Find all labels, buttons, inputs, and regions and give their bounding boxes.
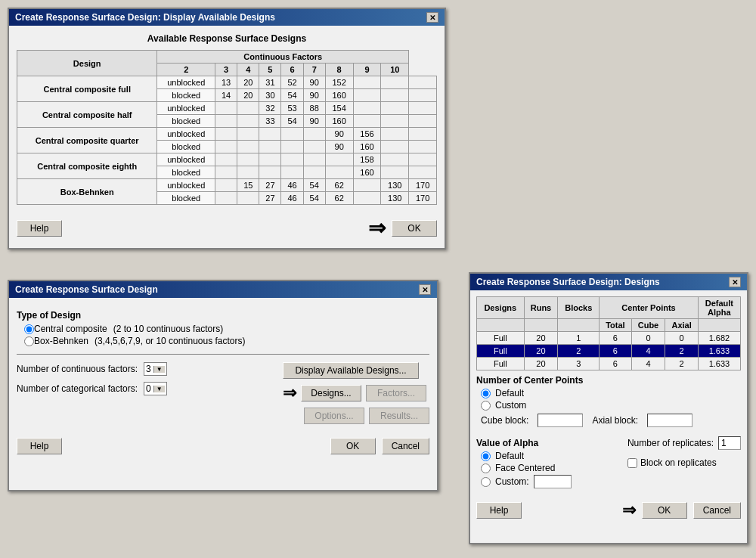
radio-default-center[interactable] <box>481 389 491 398</box>
col-default-alpha-header: DefaultAlpha <box>698 297 740 319</box>
num-replicates-input[interactable] <box>718 436 741 450</box>
col-blocks-header: Blocks <box>558 297 600 319</box>
factors-button: Factors... <box>366 385 426 401</box>
create-design-cancel-button[interactable]: Cancel <box>382 438 429 454</box>
block-on-replicates-checkbox[interactable] <box>627 458 637 468</box>
available-designs-table: Design Continuous Factors 2 3 4 5 6 7 8 … <box>17 50 437 205</box>
designs-ok-arrow-icon: ⇒ <box>622 501 636 520</box>
create-design-ok-button[interactable]: OK <box>330 438 376 454</box>
radio-central-composite-desc: (2 to 10 continuous factors) <box>113 324 223 334</box>
create-design-title: Create Response Surface Design <box>15 284 158 295</box>
available-designs-title: Create Response Surface Design: Display … <box>15 12 275 23</box>
radio-custom-alpha[interactable] <box>481 477 491 487</box>
sub-blocked: blocked <box>157 89 215 102</box>
designs-dialog-cancel-button[interactable]: Cancel <box>693 502 741 519</box>
dropdown-arrow-icon: ▼ <box>153 366 165 373</box>
sub-blocked: blocked <box>157 192 215 205</box>
designs-row-1[interactable]: Full 20 1 6 0 0 1.682 <box>477 332 741 345</box>
num-categorical-dropdown[interactable]: 0 ▼ <box>144 382 167 395</box>
radio-box-behnken-desc: (3,4,5,6,7,9, or 10 continuous factors) <box>94 336 245 346</box>
design-ccquarter: Central composite quarter <box>17 128 157 153</box>
sub-unblocked: unblocked <box>157 128 215 141</box>
radio-face-centered[interactable] <box>481 463 491 473</box>
create-design-help-button[interactable]: Help <box>17 438 62 454</box>
col-design: Design <box>17 51 157 76</box>
col-total-header: Total <box>600 319 631 332</box>
radio-custom-center[interactable] <box>481 401 491 411</box>
value-of-alpha-label: Value of Alpha <box>476 438 572 448</box>
design-ccfull: Central composite full <box>17 76 157 102</box>
display-available-designs-button[interactable]: Display Available Designs... <box>283 362 419 379</box>
sub-unblocked: unblocked <box>157 102 215 115</box>
col-6: 6 <box>281 64 303 76</box>
designs-row-2[interactable]: Full 20 2 6 4 2 1.633 <box>477 345 741 358</box>
block-on-replicates-label: Block on replicates <box>640 457 717 468</box>
radio-box-behnken-label: Box-Behnken <box>34 336 88 346</box>
col-runs-header: Runs <box>524 297 558 319</box>
col-3: 3 <box>215 64 237 76</box>
table-row: Central composite eighth unblocked 158 <box>17 153 437 166</box>
available-designs-close[interactable]: ✕ <box>426 12 438 23</box>
col-cube-header: Cube <box>631 319 665 332</box>
designs-dialog-title: Create Response Surface Design: Designs <box>476 277 660 287</box>
available-designs-ok-button[interactable]: OK <box>392 220 437 237</box>
design-cchalf: Central composite half <box>17 102 157 128</box>
cube-block-input[interactable] <box>538 414 583 427</box>
radio-box-behnken[interactable] <box>24 336 34 346</box>
design-cceighth: Central composite eighth <box>17 153 157 179</box>
sub-blocked: blocked <box>157 166 215 179</box>
designs-table: Designs Runs Blocks Center Points Defaul… <box>476 296 741 370</box>
designs-dialog-help-button[interactable]: Help <box>476 502 522 519</box>
cube-block-label: Cube block: <box>481 415 528 426</box>
col-5: 5 <box>259 64 281 76</box>
available-designs-subtitle: Available Response Surface Designs <box>147 33 306 44</box>
radio-central-composite-label: Central composite <box>34 324 107 334</box>
sub-unblocked: unblocked <box>157 153 215 166</box>
options-button: Options... <box>304 408 364 424</box>
designs-row-3[interactable]: Full 20 3 6 4 2 1.633 <box>477 358 741 370</box>
designs-arrow-icon: ⇒ <box>283 383 296 403</box>
col-2: 2 <box>157 64 215 76</box>
results-button: Results... <box>369 408 429 424</box>
num-center-points-label: Number of Center Points <box>476 375 741 386</box>
axial-block-label: Axial block: <box>592 415 638 426</box>
designs-dialog-ok-button[interactable]: OK <box>642 502 687 519</box>
axial-block-input[interactable] <box>647 414 692 427</box>
table-row: Central composite quarter unblocked 9015… <box>17 128 437 141</box>
designs-dialog-close[interactable]: ✕ <box>729 277 741 287</box>
col-9: 9 <box>353 64 381 76</box>
radio-face-centered-label: Face Centered <box>495 463 555 473</box>
type-of-design-label: Type of Design <box>17 310 429 321</box>
available-designs-titlebar: Create Response Surface Design: Display … <box>9 9 445 26</box>
sub-blocked: blocked <box>157 141 215 153</box>
create-design-window: Create Response Surface Design ✕ Type of… <box>8 280 438 491</box>
sub-unblocked: unblocked <box>157 179 215 192</box>
designs-dialog-window: Create Response Surface Design: Designs … <box>469 272 748 544</box>
available-designs-window: Create Response Surface Design: Display … <box>8 8 446 250</box>
col-designs-header: Designs <box>477 297 525 319</box>
designs-dialog-titlebar: Create Response Surface Design: Designs … <box>470 274 747 290</box>
col-continuous-factors: Continuous Factors <box>157 51 409 64</box>
num-categorical-label: Number of categorical factors: <box>17 383 138 394</box>
col-8: 8 <box>325 64 353 76</box>
create-design-titlebar: Create Response Surface Design ✕ <box>9 281 437 298</box>
custom-alpha-input[interactable] <box>534 475 572 488</box>
table-row: Box-Behnken unblocked 1527465462130170 <box>17 179 437 192</box>
num-continuous-label: Number of continuous factors: <box>17 364 138 374</box>
designs-button[interactable]: Designs... <box>301 385 361 401</box>
design-boxbehnken: Box-Behnken <box>17 179 157 205</box>
num-replicates-label: Number of replicates: <box>627 438 714 448</box>
radio-custom-alpha-label: Custom: <box>495 476 529 487</box>
available-designs-help-button[interactable]: Help <box>17 220 62 237</box>
create-design-close[interactable]: ✕ <box>419 284 431 295</box>
table-row: Central composite half unblocked 3253881… <box>17 102 437 115</box>
radio-alpha-default-label: Default <box>495 451 524 461</box>
radio-alpha-default[interactable] <box>481 451 491 461</box>
num-categorical-value: 0 <box>146 383 151 394</box>
col-center-points-header: Center Points <box>600 297 699 319</box>
col-axial-header: Axial <box>665 319 698 332</box>
radio-central-composite[interactable] <box>24 324 34 334</box>
num-continuous-dropdown[interactable]: 3 ▼ <box>144 362 167 376</box>
ok-arrow-icon: ⇒ <box>368 215 386 240</box>
sub-unblocked: unblocked <box>157 76 215 89</box>
